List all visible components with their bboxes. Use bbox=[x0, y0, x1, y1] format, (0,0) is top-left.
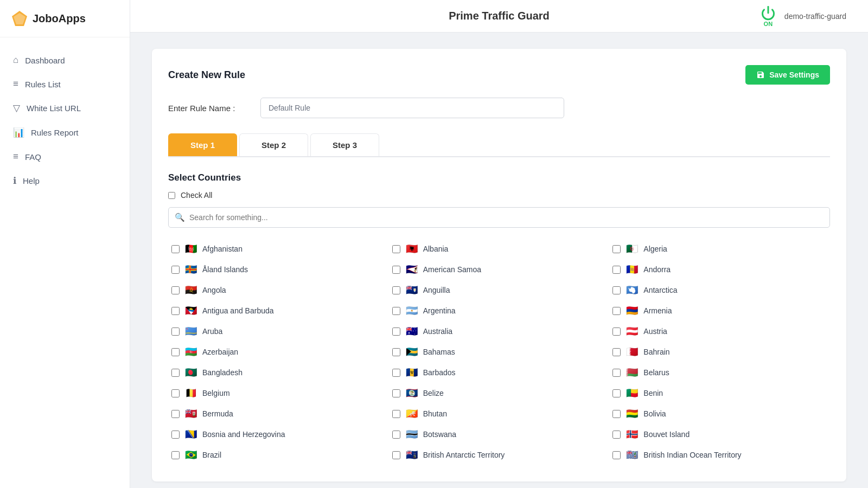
sidebar-nav: ⌂Dashboard≡Rules List▽White List URL📊Rul… bbox=[0, 37, 130, 204]
country-checkbox-belize[interactable] bbox=[392, 389, 400, 397]
country-checkbox-brazil[interactable] bbox=[171, 451, 180, 459]
power-label: ON bbox=[764, 21, 773, 27]
country-checkbox-british-antarctic-territory[interactable] bbox=[392, 451, 400, 459]
country-checkbox-bahrain[interactable] bbox=[612, 348, 621, 356]
country-checkbox-bosnia-and-herzegovina[interactable] bbox=[171, 431, 180, 439]
country-flag: 🇧🇭 bbox=[626, 346, 638, 358]
country-checkbox-albania[interactable] bbox=[392, 245, 400, 253]
country-name: Bahamas bbox=[423, 348, 455, 356]
country-checkbox-andorra[interactable] bbox=[612, 266, 621, 274]
country-flag: 🇧🇩 bbox=[185, 367, 197, 378]
country-name: Albania bbox=[423, 245, 449, 253]
country-checkbox-argentina[interactable] bbox=[392, 307, 400, 315]
country-item: 🇦🇩 Andorra bbox=[609, 259, 830, 280]
country-flag: 🇦🇩 bbox=[626, 264, 638, 275]
sidebar-logo: JoboApps bbox=[0, 0, 130, 37]
country-flag: 🇧🇴 bbox=[626, 408, 638, 420]
tab-step1[interactable]: Step 1 bbox=[168, 133, 237, 156]
country-flag: 🇦🇶 bbox=[626, 284, 638, 296]
save-settings-button[interactable]: Save Settings bbox=[745, 65, 830, 85]
country-checkbox-angola[interactable] bbox=[171, 286, 180, 294]
country-checkbox-austria[interactable] bbox=[612, 328, 621, 336]
country-flag: 🇧🇦 bbox=[185, 428, 197, 440]
country-flag: 🇦🇷 bbox=[406, 305, 418, 317]
sidebar-item-whitelist-url[interactable]: ▽White List URL bbox=[0, 96, 130, 120]
section-title: Select Countries bbox=[168, 172, 830, 183]
country-checkbox-barbados[interactable] bbox=[392, 369, 400, 377]
country-item: 🇦🇫 Afghanistan bbox=[168, 239, 389, 259]
country-item: 🇬🇸 British Antarctic Territory bbox=[389, 445, 610, 465]
country-flag: 🇦🇮 bbox=[406, 284, 418, 296]
country-name: Aruba bbox=[202, 327, 222, 336]
country-checkbox-afghanistan[interactable] bbox=[171, 245, 180, 253]
country-checkbox-azerbaijan[interactable] bbox=[171, 348, 180, 356]
country-search-input[interactable] bbox=[168, 207, 830, 228]
sidebar-item-help[interactable]: ℹHelp bbox=[0, 169, 130, 193]
country-name: Austria bbox=[643, 327, 667, 336]
country-checkbox-bangladesh[interactable] bbox=[171, 369, 180, 377]
country-checkbox-american-samoa[interactable] bbox=[392, 266, 400, 274]
country-checkbox-botswana[interactable] bbox=[392, 431, 400, 439]
country-item: 🇦🇿 Azerbaijan bbox=[168, 342, 389, 362]
logo-text: JoboApps bbox=[33, 12, 86, 25]
country-flag: 🇧🇷 bbox=[185, 449, 197, 461]
country-checkbox-bolivia[interactable] bbox=[612, 410, 621, 418]
country-name: Åland Islands bbox=[202, 265, 248, 274]
tab-step2[interactable]: Step 2 bbox=[239, 133, 308, 156]
country-checkbox-benin[interactable] bbox=[612, 389, 621, 397]
country-flag: 🇧🇪 bbox=[185, 387, 197, 399]
country-checkbox-bermuda[interactable] bbox=[171, 410, 180, 418]
country-name: Bangladesh bbox=[202, 368, 242, 377]
search-icon: 🔍 bbox=[175, 213, 185, 222]
country-flag: 🇦🇸 bbox=[406, 264, 418, 275]
country-checkbox-belgium[interactable] bbox=[171, 389, 180, 397]
rule-name-row: Enter Rule Name : bbox=[168, 98, 830, 118]
tab-step3[interactable]: Step 3 bbox=[310, 133, 379, 156]
country-flag: 🇦🇴 bbox=[185, 284, 197, 296]
country-flag: 🇧🇯 bbox=[626, 387, 638, 399]
rule-name-input[interactable] bbox=[260, 98, 564, 118]
countries-section: Select Countries Check All 🔍 🇦🇫 Afghanis… bbox=[168, 172, 830, 465]
country-checkbox-bouvet-island[interactable] bbox=[612, 431, 621, 439]
country-name: Afghanistan bbox=[202, 245, 242, 253]
power-button[interactable]: ON bbox=[761, 5, 776, 27]
country-flag: 🇧🇹 bbox=[406, 408, 418, 420]
country-checkbox-antarctica[interactable] bbox=[612, 286, 621, 294]
rules-report-icon: 📊 bbox=[13, 127, 24, 138]
country-flag: 🇮🇴 bbox=[626, 449, 638, 461]
sidebar-item-rules-list[interactable]: ≡Rules List bbox=[0, 72, 130, 96]
country-name: British Indian Ocean Territory bbox=[643, 451, 741, 459]
country-checkbox-belarus[interactable] bbox=[612, 369, 621, 377]
country-name: Azerbaijan bbox=[202, 348, 238, 356]
country-checkbox-antigua-and-barbuda[interactable] bbox=[171, 307, 180, 315]
save-icon bbox=[756, 70, 765, 79]
country-checkbox-armenia[interactable] bbox=[612, 307, 621, 315]
country-checkbox-australia[interactable] bbox=[392, 328, 400, 336]
sidebar-item-rules-report[interactable]: 📊Rules Report bbox=[0, 120, 130, 145]
country-flag: 🇦🇺 bbox=[406, 325, 418, 337]
country-item: 🇦🇽 Åland Islands bbox=[168, 259, 389, 280]
sidebar-item-dashboard[interactable]: ⌂Dashboard bbox=[0, 48, 130, 72]
country-item: 🇧🇭 Bahrain bbox=[609, 342, 830, 362]
country-name: Bermuda bbox=[202, 409, 233, 418]
country-checkbox-anguilla[interactable] bbox=[392, 286, 400, 294]
country-flag: 🇩🇿 bbox=[626, 243, 638, 255]
country-item: 🇦🇸 American Samoa bbox=[389, 259, 610, 280]
check-all-checkbox[interactable] bbox=[168, 192, 175, 199]
sidebar: JoboApps ⌂Dashboard≡Rules List▽White Lis… bbox=[0, 0, 130, 488]
sidebar-item-faq[interactable]: ≡FAQ bbox=[0, 145, 130, 169]
country-checkbox-åland-islands[interactable] bbox=[171, 266, 180, 274]
country-checkbox-bahamas[interactable] bbox=[392, 348, 400, 356]
country-checkbox-algeria[interactable] bbox=[612, 245, 621, 253]
country-name: American Samoa bbox=[423, 265, 481, 274]
country-item: 🇩🇿 Algeria bbox=[609, 239, 830, 259]
country-name: Botswana bbox=[423, 430, 456, 439]
country-item: 🇦🇮 Anguilla bbox=[389, 280, 610, 300]
country-checkbox-bhutan[interactable] bbox=[392, 410, 400, 418]
country-checkbox-aruba[interactable] bbox=[171, 328, 180, 336]
country-item: 🇧🇼 Botswana bbox=[389, 424, 610, 445]
country-item: 🇧🇷 Brazil bbox=[168, 445, 389, 465]
country-flag: 🇧🇾 bbox=[626, 367, 638, 378]
country-checkbox-british-indian-ocean-territory[interactable] bbox=[612, 451, 621, 459]
check-all-label: Check All bbox=[181, 191, 212, 200]
